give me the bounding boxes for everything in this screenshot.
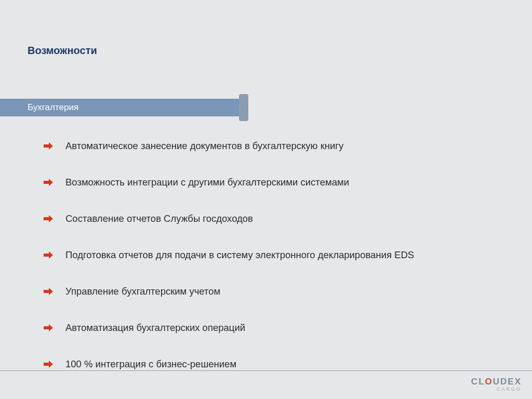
arrow-right-icon — [44, 323, 53, 332]
logo-text-post: UDEX — [493, 377, 522, 387]
logo: CLOUDEX CARGO — [471, 377, 522, 392]
arrow-right-icon — [44, 214, 53, 223]
list-item-text: Управление бухгалтерским учетом — [65, 286, 220, 297]
section-bar-cap — [239, 94, 248, 121]
section-bar: Бухгалтерия — [0, 99, 239, 116]
feature-list: Автоматическое занесение документов в бу… — [44, 140, 511, 395]
list-item: Подготовка отчетов для подачи в систему … — [44, 249, 511, 261]
logo-main: CLOUDEX — [471, 377, 522, 386]
arrow-right-icon — [44, 141, 53, 151]
list-item: Составление отчетов Службы госдоходов — [44, 213, 511, 224]
list-item: Автоматическое занесение документов в бу… — [44, 140, 511, 152]
arrow-right-icon — [44, 250, 53, 260]
list-item-text: Подготовка отчетов для подачи в систему … — [65, 249, 414, 261]
logo-text-pre: CL — [471, 377, 485, 387]
list-item: Управление бухгалтерским учетом — [44, 286, 511, 297]
list-item: Автоматизация бухгалтерских операций — [44, 322, 511, 334]
logo-text-accent: O — [485, 377, 493, 387]
arrow-right-icon — [44, 178, 53, 187]
list-item-text: 100 % интеграция с бизнес-решением — [65, 358, 236, 370]
list-item-text: Возможность интеграции с другими бухгалт… — [65, 177, 349, 188]
list-item: Возможность интеграции с другими бухгалт… — [44, 177, 511, 188]
section-label: Бухгалтерия — [28, 102, 78, 113]
arrow-right-icon — [44, 287, 53, 296]
list-item-text: Автоматическое занесение документов в бу… — [65, 140, 343, 152]
list-item-text: Составление отчетов Службы госдоходов — [65, 213, 253, 224]
footer-rule — [0, 370, 532, 371]
list-item-text: Автоматизация бухгалтерских операций — [65, 322, 245, 334]
page-title: Возможности — [28, 45, 97, 57]
arrow-right-icon — [44, 360, 53, 369]
list-item: 100 % интеграция с бизнес-решением — [44, 358, 511, 370]
logo-sub: CARGO — [471, 387, 522, 392]
